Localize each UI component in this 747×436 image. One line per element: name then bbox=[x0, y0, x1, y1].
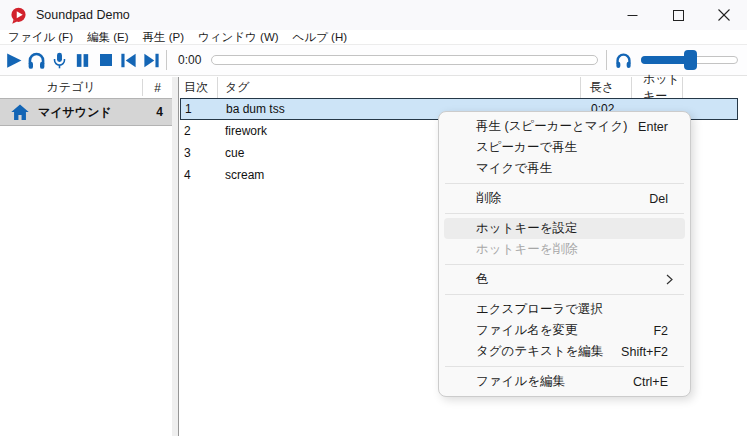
soundpad-window: Soundpad Demo ファイル (F) 編集 (E) 再生 (P) ウィン… bbox=[0, 0, 747, 436]
minimize-button[interactable] bbox=[609, 0, 655, 30]
menu-help[interactable]: ヘルプ (H) bbox=[286, 30, 354, 45]
menu-item-label: ファイル名を変更 bbox=[476, 322, 577, 339]
row-index: 1 bbox=[181, 102, 219, 116]
category-item-mysounds[interactable]: マイサウンド 4 bbox=[0, 98, 172, 126]
menu-item-label: ホットキーを設定 bbox=[476, 220, 577, 237]
submenu-arrow-icon bbox=[666, 274, 673, 285]
previous-button[interactable] bbox=[117, 47, 140, 73]
microphone-icon bbox=[51, 52, 68, 69]
row-index: 2 bbox=[180, 124, 218, 138]
menu-item-play-on-mic[interactable]: マイクで再生 bbox=[444, 158, 685, 179]
stop-button[interactable] bbox=[94, 47, 117, 73]
menubar: ファイル (F) 編集 (E) 再生 (P) ウィンドウ (W) ヘルプ (H) bbox=[0, 30, 747, 45]
menu-item-shortcut: Shift+F2 bbox=[621, 345, 685, 359]
category-label: マイサウンド bbox=[38, 104, 112, 121]
panel-splitter[interactable] bbox=[172, 77, 179, 436]
menu-item-select-in-explorer[interactable]: エクスプローラで選択 bbox=[444, 299, 685, 320]
menu-item-delete[interactable]: 削除 Del bbox=[444, 188, 685, 209]
row-index: 3 bbox=[180, 146, 218, 160]
minimize-icon bbox=[627, 10, 638, 21]
sound-list-header: 目次 タグ 長さ ホットキー bbox=[180, 77, 738, 98]
hotkey-column-header[interactable]: ホットキー bbox=[632, 77, 683, 98]
volume-headphones-icon bbox=[614, 51, 633, 70]
menu-separator bbox=[445, 264, 684, 265]
window-title: Soundpad Demo bbox=[36, 8, 130, 22]
play-mic-button[interactable] bbox=[48, 47, 71, 73]
pause-button[interactable] bbox=[71, 47, 94, 73]
category-panel: カテゴリ # マイサウンド 4 bbox=[0, 77, 172, 436]
category-count: 4 bbox=[156, 105, 163, 119]
menu-item-label: 削除 bbox=[476, 190, 501, 207]
volume-slider[interactable] bbox=[641, 50, 738, 70]
category-column-header[interactable]: カテゴリ bbox=[0, 79, 143, 96]
maximize-button[interactable] bbox=[655, 0, 701, 30]
close-icon bbox=[718, 9, 730, 21]
menu-item-label: ホットキーを削除 bbox=[476, 241, 577, 258]
menu-item-shortcut: Enter bbox=[638, 120, 685, 134]
playback-time: 0:00 bbox=[178, 53, 205, 67]
toolbar-separator bbox=[166, 50, 167, 70]
stop-icon bbox=[98, 52, 114, 68]
seek-bar[interactable] bbox=[211, 55, 598, 65]
menu-item-label: タグのテキストを編集 bbox=[476, 343, 603, 360]
menu-item-label: スピーカーで再生 bbox=[476, 139, 577, 156]
menu-play[interactable]: 再生 (P) bbox=[136, 30, 192, 45]
maximize-icon bbox=[673, 10, 684, 21]
headphones-icon bbox=[26, 50, 47, 71]
menu-item-play-on-speakers[interactable]: スピーカーで再生 bbox=[444, 137, 685, 158]
menu-separator bbox=[445, 366, 684, 367]
menu-item-edit-file[interactable]: ファイルを編集 Ctrl+E bbox=[444, 371, 685, 392]
menu-item-color[interactable]: 色 bbox=[444, 269, 685, 290]
app-logo-icon bbox=[10, 7, 27, 24]
menu-item-label: 色 bbox=[476, 271, 489, 288]
category-header: カテゴリ # bbox=[0, 77, 172, 98]
menu-file[interactable]: ファイル (F) bbox=[1, 30, 80, 45]
menu-edit[interactable]: 編集 (E) bbox=[80, 30, 136, 45]
menu-item-edit-tag-text[interactable]: タグのテキストを編集 Shift+F2 bbox=[444, 341, 685, 362]
window-controls bbox=[609, 0, 747, 30]
previous-icon bbox=[119, 51, 138, 70]
menu-item-label: マイクで再生 bbox=[476, 160, 552, 177]
menu-item-label: エクスプローラで選択 bbox=[476, 301, 603, 318]
menu-separator bbox=[445, 183, 684, 184]
menu-item-play-speakers-and-mic[interactable]: 再生 (スピーカーとマイク) Enter bbox=[444, 116, 685, 137]
play-button[interactable] bbox=[2, 47, 25, 73]
header-filler bbox=[683, 77, 738, 98]
index-column-header[interactable]: 目次 bbox=[180, 77, 218, 98]
menu-item-label: 再生 (スピーカーとマイク) bbox=[476, 118, 627, 135]
next-button[interactable] bbox=[140, 47, 163, 73]
context-menu: 再生 (スピーカーとマイク) Enter スピーカーで再生 マイクで再生 削除 … bbox=[438, 111, 691, 397]
menu-separator bbox=[445, 294, 684, 295]
play-speakers-button[interactable] bbox=[25, 47, 48, 73]
titlebar: Soundpad Demo bbox=[0, 0, 747, 30]
tag-column-header[interactable]: タグ bbox=[218, 77, 581, 98]
menu-item-shortcut: F2 bbox=[653, 324, 685, 338]
toolbar-separator bbox=[606, 50, 607, 70]
menu-item-shortcut: Ctrl+E bbox=[633, 375, 685, 389]
next-icon bbox=[142, 51, 161, 70]
menu-item-shortcut: Del bbox=[649, 192, 685, 206]
row-index: 4 bbox=[180, 168, 218, 182]
play-icon bbox=[4, 51, 23, 70]
volume-thumb[interactable] bbox=[684, 50, 697, 70]
menu-item-remove-hotkey[interactable]: ホットキーを削除 bbox=[444, 239, 685, 260]
menu-item-label: ファイルを編集 bbox=[476, 373, 565, 390]
close-button[interactable] bbox=[701, 0, 747, 30]
home-icon bbox=[10, 103, 30, 122]
menu-item-set-hotkey[interactable]: ホットキーを設定 bbox=[444, 218, 685, 239]
menu-separator bbox=[445, 213, 684, 214]
length-column-header[interactable]: 長さ bbox=[581, 77, 632, 98]
toolbar: 0:00 bbox=[0, 45, 747, 76]
pause-icon bbox=[74, 52, 91, 69]
volume-fill bbox=[641, 56, 687, 64]
menu-window[interactable]: ウィンドウ (W) bbox=[191, 30, 286, 45]
count-column-header[interactable]: # bbox=[143, 81, 172, 95]
menu-item-rename-file[interactable]: ファイル名を変更 F2 bbox=[444, 320, 685, 341]
